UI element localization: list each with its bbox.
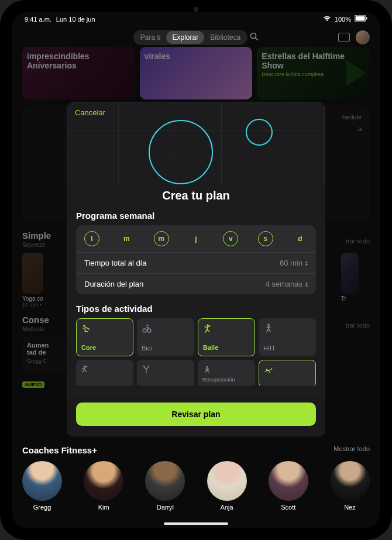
coach-avatar [84,461,123,501]
activity-card-row2-2[interactable]: Recuperación [198,360,255,386]
day-toggle-6[interactable]: d [293,231,308,246]
setting-label: Duración del plan [84,280,143,288]
svg-point-6 [143,329,146,332]
svg-rect-1 [356,16,365,21]
bg-card-title: Estrellas del Halftime Show [262,51,365,70]
plan-duration-row[interactable]: Duración del plan 4 semanas ▴▾ [76,273,316,294]
airplay-icon[interactable] [338,33,350,42]
activity-card-core[interactable]: Core [76,318,133,356]
coaches-title: Coaches Fitness+ [22,445,97,455]
stepper-icon: ▴▾ [305,281,308,287]
coach-name: Darryl [157,504,174,511]
core-icon [81,324,128,336]
bg-hero-text: hedule [342,113,362,121]
tab-explorar[interactable]: Explorar [166,31,204,44]
day-toggle-3[interactable]: j [188,231,204,246]
cancel-button[interactable]: Cancelar [75,108,105,117]
svg-point-8 [147,325,149,326]
activity-label: HIIT [263,345,311,352]
coach-scott[interactable]: Scott [269,461,308,511]
bg-card-aniversarios[interactable]: imprescindibles Aniversarios [22,47,135,99]
svg-point-12 [143,366,145,367]
show-all-link[interactable]: trar todo [346,238,370,245]
hiit-icon [263,323,311,336]
coach-name: Gregg [33,504,51,511]
tab-biblioteca[interactable]: Biblioteca [204,31,246,44]
decorative-circle-small [246,119,273,146]
coach-anja[interactable]: Anja [207,461,247,511]
stepper-icon: ▴▾ [305,260,308,266]
svg-point-7 [147,329,151,332]
svg-point-13 [148,366,149,367]
coach-nez[interactable]: Nez [330,461,370,511]
workout-thumb[interactable] [341,253,359,294]
bg-card-halftime[interactable]: Estrellas del Halftime Show Descubre la … [257,47,370,99]
bg-card-title: imprescindibles Aniversarios [27,51,130,70]
coach-name: Nez [344,504,356,511]
activity-icon [81,364,129,376]
status-bar: 9:41 a.m. Lun 10 de jun 100% [12,12,380,26]
activity-mini-label: Recuperación [202,377,250,383]
home-indicator[interactable] [164,522,228,525]
wifi-icon [323,16,331,23]
coach-avatar [207,461,247,501]
camera-notch [194,7,198,12]
schedule-section-label: Programa semanal [76,211,316,221]
day-toggle-0[interactable]: l [84,231,99,246]
modal-footer: Revisar plan [67,394,325,436]
bg-hero-sub: a [342,125,362,132]
status-time: 9:41 a.m. [25,16,51,23]
activity-section-label: Tipos de actividad [76,304,316,314]
bg-card-subtitle: Descubre la lista completa [262,71,365,77]
activity-grid: CoreBiciBaileHIIT [76,318,316,356]
create-plan-modal: Cancelar Crea tu plan Programa semanal l… [67,102,325,436]
battery-icon [355,15,367,23]
svg-line-4 [256,38,258,40]
coaches-show-all[interactable]: Mostrar todo [333,445,370,455]
workout-thumb[interactable] [22,253,43,294]
activity-card-row2-1[interactable] [137,360,194,386]
thumb-label: Yoga co [22,295,43,302]
coaches-section: Coaches Fitness+ Mostrar todo GreggKimDa… [22,445,370,511]
day-toggle-2[interactable]: m [154,231,169,246]
activity-card-row2-3[interactable] [259,360,316,386]
bg-card-title: virales [145,51,248,61]
coach-avatar [330,461,370,501]
activity-card-hiit[interactable]: HIIT [259,318,316,356]
tab-para-ti[interactable]: Para ti [135,31,167,44]
coach-kim[interactable]: Kim [84,461,123,511]
day-toggle-4[interactable]: v [223,231,238,246]
coach-darryl[interactable]: Darryl [145,461,185,511]
activity-label: Core [81,344,128,351]
search-icon[interactable] [250,32,259,43]
review-plan-button[interactable]: Revisar plan [76,403,316,426]
schedule-card: lmmjvsd Tiempo total al día 60 min ▴▾ Du… [76,225,316,294]
activity-icon [142,364,190,376]
svg-point-14 [207,366,208,368]
activity-card-row2-0[interactable] [76,360,133,386]
daily-time-row[interactable]: Tiempo total al día 60 min ▴▾ [76,252,316,273]
activity-card-baile[interactable]: Baile [198,318,255,356]
activity-label: Bici [142,345,190,352]
coach-avatar [269,461,308,501]
day-toggle-5[interactable]: s [258,231,273,246]
nav-tabs: Para ti Explorar Biblioteca [12,26,380,49]
show-all-link[interactable]: trar todo [346,322,370,329]
setting-value: 60 min ▴▾ [280,259,308,267]
day-toggle-1[interactable]: m [119,231,134,246]
activity-icon [202,364,250,376]
thumb-label: Tr [341,295,370,302]
coach-gregg[interactable]: Gregg [22,461,62,511]
coach-name: Scott [281,504,295,511]
coach-name: Kim [98,504,109,511]
activity-icon [264,365,311,376]
setting-label: Tiempo total al día [84,259,146,267]
bg-card-virales[interactable]: virales [140,47,253,99]
modal-header: Cancelar [67,102,325,184]
decorative-circle-large [149,120,213,184]
coach-avatar [145,461,185,501]
activity-card-bici[interactable]: Bici [137,318,194,356]
user-avatar[interactable] [356,30,370,44]
day-selector-row: lmmjvsd [76,225,316,252]
setting-value: 4 semanas ▴▾ [265,280,308,288]
